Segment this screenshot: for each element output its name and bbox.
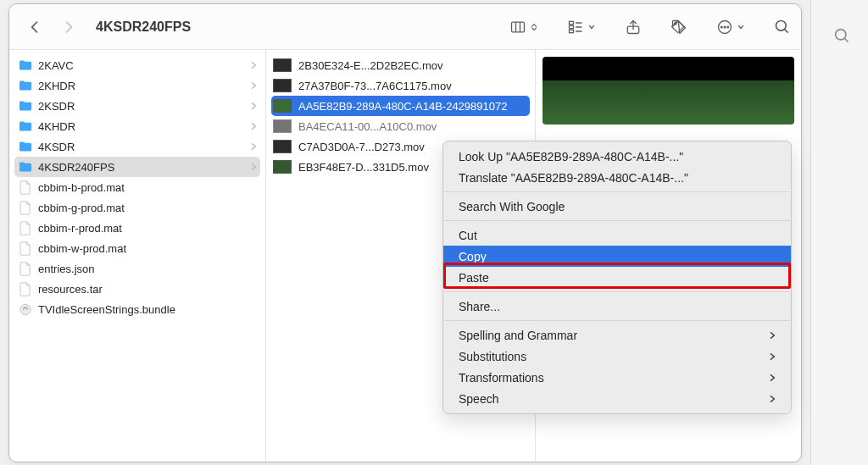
svg-rect-5 — [570, 21, 574, 24]
ctx-speech[interactable]: Speech — [443, 388, 791, 409]
forward-button[interactable] — [60, 19, 77, 36]
separator — [444, 291, 790, 292]
svg-point-16 — [727, 26, 729, 28]
toolbar: 4KSDR240FPS — [9, 4, 801, 50]
sidebar-item[interactable]: entries.json — [9, 258, 265, 279]
ctx-share[interactable]: Share... — [443, 296, 791, 317]
chevron-right-icon — [250, 80, 257, 92]
bundle-icon — [16, 302, 35, 317]
video-thumb-icon — [273, 79, 292, 92]
ctx-copy[interactable]: Copy — [443, 246, 791, 267]
ctx-lookup[interactable]: Look Up "AA5E82B9-289A-480C-A14B-..." — [443, 146, 791, 167]
svg-point-14 — [721, 26, 722, 28]
chevron-right-icon — [769, 371, 776, 385]
sidebar-item[interactable]: 2KAVC — [9, 55, 265, 75]
chevron-right-icon — [769, 329, 776, 342]
svg-rect-7 — [570, 30, 574, 32]
item-label: cbbim-r-prod.mat — [35, 222, 257, 235]
file-icon — [16, 241, 35, 256]
ctx-translate[interactable]: Translate "AA5E82B9-289A-480C-A14B-..." — [443, 167, 791, 188]
search-icon[interactable] — [833, 27, 851, 48]
item-label: cbbim-w-prod.mat — [35, 242, 257, 255]
file-icon — [16, 221, 35, 235]
ctx-paste[interactable]: Paste — [443, 267, 791, 288]
item-label: 4KHDR — [35, 120, 250, 133]
chevron-right-icon — [769, 392, 776, 406]
svg-point-15 — [724, 26, 726, 28]
separator — [444, 191, 790, 192]
folder-icon — [16, 141, 35, 152]
folder-icon — [16, 100, 35, 112]
item-label: 2KSDR — [35, 100, 250, 113]
item-label: 2KAVC — [35, 59, 250, 72]
ctx-substitutions[interactable]: Substitutions — [443, 346, 791, 367]
video-thumb-icon — [273, 140, 292, 153]
video-thumb-icon — [273, 119, 292, 133]
svg-point-0 — [836, 30, 846, 40]
group-button[interactable] — [567, 19, 596, 36]
video-thumb-icon — [273, 99, 292, 113]
svg-line-1 — [844, 38, 848, 42]
file-item[interactable]: 2B30E324-E...2D2B2EC.mov — [266, 55, 535, 75]
sidebar-item[interactable]: cbbim-g-prod.mat — [9, 197, 265, 218]
file-item[interactable]: AA5E82B9-289A-480C-A14B-2429891072 — [271, 96, 530, 116]
item-label: 2KHDR — [35, 80, 250, 92]
file-icon — [16, 282, 35, 296]
sidebar-item[interactable]: 2KSDR — [9, 96, 265, 116]
sidebar-item[interactable]: cbbim-w-prod.mat — [9, 238, 265, 258]
folder-icon — [16, 161, 35, 173]
background-window — [810, 0, 868, 465]
search-button[interactable] — [774, 19, 791, 36]
sidebar-item[interactable]: 2KHDR — [9, 75, 265, 96]
ctx-transformations[interactable]: Transformations — [443, 367, 791, 388]
sidebar-item[interactable]: 4KHDR — [9, 116, 265, 136]
back-button[interactable] — [26, 19, 43, 36]
sidebar-item[interactable]: 4KSDR240FPS — [14, 157, 260, 177]
sidebar-item[interactable]: resources.tar — [9, 279, 265, 299]
file-item[interactable]: BA4ECA11-00...A10C0.mov — [266, 116, 535, 136]
sidebar-item[interactable]: TVIdleScreenStrings.bundle — [9, 299, 265, 319]
item-label: 4KSDR — [35, 141, 250, 153]
file-name: BA4ECA11-00...A10C0.mov — [292, 120, 526, 133]
file-name: AA5E82B9-289A-480C-A14B-2429891072 — [292, 100, 526, 113]
file-item[interactable]: 27A37B0F-73...7A6C1175.mov — [266, 75, 535, 96]
view-columns-button[interactable] — [509, 19, 538, 36]
sidebar-item[interactable]: 4KSDR — [9, 136, 265, 157]
chevron-right-icon — [250, 161, 257, 174]
item-label: TVIdleScreenStrings.bundle — [35, 303, 257, 316]
chevron-right-icon — [250, 100, 257, 113]
chevron-right-icon — [769, 350, 776, 363]
folder-icon — [16, 80, 35, 91]
item-label: entries.json — [35, 263, 257, 275]
video-thumb-icon — [273, 58, 292, 72]
window-title: 4KSDR240FPS — [96, 19, 191, 35]
ctx-search-google[interactable]: Search With Google — [443, 196, 791, 217]
ctx-spelling-grammar[interactable]: Spelling and Grammar — [443, 324, 791, 346]
file-icon — [16, 201, 35, 215]
context-menu: Look Up "AA5E82B9-289A-480C-A14B-..." Tr… — [442, 141, 792, 414]
more-button[interactable] — [716, 19, 745, 36]
svg-point-19 — [20, 304, 31, 314]
item-label: 4KSDR240FPS — [35, 161, 250, 174]
file-name: 2B30E324-E...2D2B2EC.mov — [292, 59, 526, 72]
video-thumb-icon — [273, 160, 292, 174]
share-button[interactable] — [625, 19, 642, 36]
sidebar-item[interactable]: cbbim-r-prod.mat — [9, 218, 265, 238]
sidebar-item[interactable]: cbbim-b-prod.mat — [9, 177, 265, 197]
ctx-cut[interactable]: Cut — [443, 224, 791, 246]
svg-rect-6 — [570, 25, 574, 28]
chevron-right-icon — [250, 59, 257, 72]
svg-line-18 — [785, 29, 788, 32]
chevron-right-icon — [250, 141, 257, 153]
file-icon — [16, 262, 35, 276]
item-label: cbbim-b-prod.mat — [35, 181, 257, 194]
separator — [444, 320, 790, 321]
svg-rect-2 — [512, 22, 525, 32]
file-icon — [16, 180, 35, 195]
chevron-right-icon — [250, 120, 257, 133]
folder-icon — [16, 120, 35, 132]
tags-button[interactable] — [670, 19, 687, 36]
separator — [444, 220, 790, 221]
preview-thumbnail — [542, 57, 794, 125]
item-label: cbbim-g-prod.mat — [35, 202, 257, 214]
